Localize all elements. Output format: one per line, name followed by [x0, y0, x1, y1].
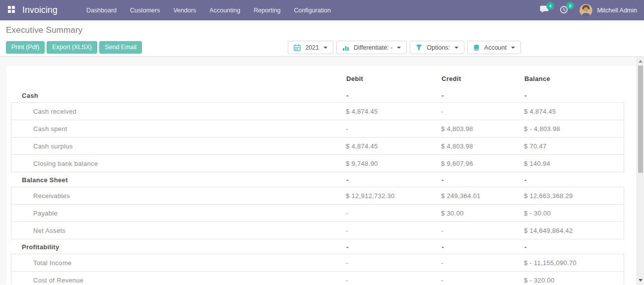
debit-cell: - — [342, 227, 437, 234]
balance-cell: $ - 320.00 — [520, 277, 624, 284]
debit-cell: - — [342, 243, 438, 251]
page-title: Executive Summary — [6, 25, 638, 35]
report-area: Debit Credit Balance Cash---Cash receive… — [0, 56, 644, 285]
nav-item-vendors[interactable]: Vendors — [173, 7, 196, 14]
credit-cell: - — [437, 227, 520, 234]
balance-cell: $ 4,874.45 — [520, 108, 624, 115]
debit-cell: - — [342, 92, 438, 99]
table-row-cash-received[interactable]: Cash received$ 4,874.45-$ 4,874.45 — [11, 102, 624, 120]
row-label: Net Assets — [11, 227, 342, 234]
caret-down-icon — [323, 47, 327, 49]
column-header-credit: Credit — [438, 75, 520, 82]
messages-badge: 4 — [546, 2, 554, 10]
calendar-icon — [294, 44, 301, 51]
credit-cell: $ 249,364.01 — [437, 192, 520, 200]
table-row-net-assets[interactable]: Net Assets--$ 14,649,864.42 — [11, 221, 624, 239]
credit-cell: $ 9,607.96 — [437, 160, 520, 167]
nav-item-dashboard[interactable]: Dashboard — [86, 7, 117, 14]
scroll-up-arrow[interactable] — [637, 58, 644, 65]
nav-item-accounting[interactable]: Accounting — [209, 7, 240, 14]
credit-cell: - — [438, 92, 520, 99]
balance-cell: $ 70.47 — [520, 142, 624, 150]
credit-cell: - — [437, 108, 520, 115]
row-label: Profitability — [11, 243, 342, 251]
nav-item-customers[interactable]: Customers — [130, 7, 160, 14]
user-name: Mitchell Admin — [597, 7, 637, 14]
table-row-total-income[interactable]: Total Income--$ - 11,155,090.70 — [11, 254, 624, 272]
report-filter-buttons: 2021Differentiate: -Options:Account — [288, 41, 521, 54]
filter-icon — [416, 44, 422, 51]
table-row-cash-spent[interactable]: Cash spent-$ 4,803.98$ - 4,803.98 — [11, 120, 624, 138]
credit-cell: - — [438, 176, 520, 184]
table-row-cost-of-revenue[interactable]: Cost of Revenue--$ - 320.00 — [11, 271, 624, 285]
balance-cell: $ 14,649,864.42 — [520, 227, 624, 234]
balance-cell: - — [520, 243, 624, 251]
action-button-export-xlsx[interactable]: Export (XLSX) — [47, 41, 97, 54]
row-label: Cash received — [11, 108, 342, 115]
app-title[interactable]: Invoicing — [22, 5, 58, 15]
credit-cell: - — [437, 277, 520, 284]
debit-cell: - — [342, 210, 437, 217]
book-icon — [473, 44, 480, 51]
row-label: Balance Sheet — [11, 176, 342, 184]
filter-label: Account — [484, 44, 507, 51]
balance-cell: - — [520, 176, 624, 184]
scrollbar-thumb[interactable] — [638, 66, 643, 173]
report-table: Debit Credit Balance Cash---Cash receive… — [6, 66, 637, 285]
bar-chart-icon — [342, 44, 349, 51]
debit-cell: - — [342, 259, 437, 267]
column-header-debit: Debit — [342, 75, 438, 82]
debit-cell: - — [342, 277, 437, 284]
table-header-row: Debit Credit Balance — [11, 69, 624, 88]
filter-button-differentiate[interactable]: Differentiate: - — [336, 41, 407, 54]
credit-cell: - — [437, 259, 520, 267]
action-button-send-email[interactable]: Send Email — [99, 41, 142, 54]
avatar — [580, 4, 592, 17]
report-action-buttons: Print (Pdf)Export (XLSX)Send Email — [6, 41, 142, 54]
table-row-receivables[interactable]: Receivables$ 12,912,732.30$ 249,364.01$ … — [11, 187, 624, 205]
row-label: Cash — [11, 92, 342, 99]
debit-cell: - — [342, 176, 438, 184]
table-row-payable[interactable]: Payable-$ 30.00$ - 30.00 — [11, 204, 624, 222]
action-button-print-pdf[interactable]: Print (Pdf) — [6, 41, 45, 54]
activities-button[interactable]: 8 — [560, 5, 568, 15]
row-label: Total Income — [11, 259, 342, 267]
credit-cell: $ 4,803.98 — [437, 142, 520, 150]
messages-button[interactable]: 4 — [540, 5, 549, 15]
apps-menu-button[interactable] — [7, 5, 16, 15]
credit-cell: - — [438, 243, 520, 251]
table-row-balance-sheet[interactable]: Balance Sheet--- — [11, 172, 624, 187]
scroll-down-arrow[interactable] — [637, 277, 644, 284]
nav-item-configuration[interactable]: Configuration — [294, 7, 330, 14]
table-row-cash-surplus[interactable]: Cash surplus$ 4,874.45$ 4,803.98$ 70.47 — [11, 137, 624, 155]
filter-label: Options: — [427, 44, 450, 51]
row-label: Closing bank balance — [11, 160, 342, 167]
filter-label: Differentiate: - — [354, 44, 392, 51]
filter-button-account[interactable]: Account — [467, 41, 521, 54]
user-menu[interactable]: Mitchell Admin — [580, 4, 637, 17]
top-navbar: Invoicing DashboardCustomersVendorsAccou… — [0, 0, 644, 20]
row-label: Payable — [11, 210, 342, 217]
balance-cell: - — [520, 92, 624, 99]
vertical-scrollbar[interactable] — [637, 57, 644, 285]
table-row-profitability[interactable]: Profitability--- — [11, 239, 624, 254]
table-body: Cash---Cash received$ 4,874.45-$ 4,874.4… — [11, 88, 624, 285]
filter-button-2021[interactable]: 2021 — [288, 41, 333, 54]
credit-cell: $ 30.00 — [437, 210, 520, 217]
credit-cell: $ 4,803.98 — [437, 125, 520, 133]
control-panel: Executive Summary Print (Pdf)Export (XLS… — [0, 20, 644, 56]
balance-cell: $ 12,663,368.29 — [520, 192, 624, 200]
debit-cell: - — [342, 125, 437, 133]
caret-down-icon — [397, 47, 401, 49]
table-row-cash[interactable]: Cash--- — [11, 88, 624, 103]
filter-label: 2021 — [305, 44, 319, 51]
apps-grid-icon — [8, 6, 15, 14]
balance-cell: $ - 30.00 — [520, 210, 624, 217]
table-row-closing-bank-balance[interactable]: Closing bank balance$ 9,748.90$ 9,607.96… — [11, 154, 624, 172]
column-header-balance: Balance — [520, 75, 624, 82]
row-label: Cost of Revenue — [11, 277, 342, 284]
filter-button-options[interactable]: Options: — [410, 41, 464, 54]
caret-down-icon — [511, 47, 515, 49]
nav-item-reporting[interactable]: Reporting — [254, 7, 280, 14]
debit-cell: $ 12,912,732.30 — [342, 192, 437, 200]
